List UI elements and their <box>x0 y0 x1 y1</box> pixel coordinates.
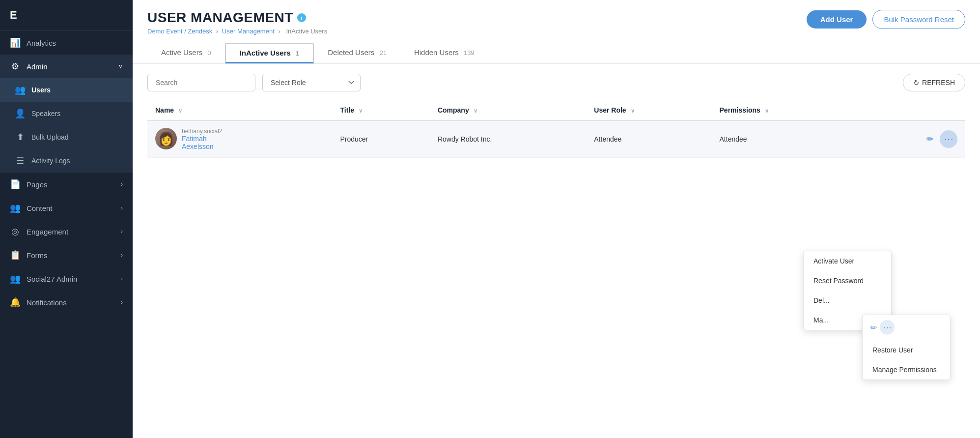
user-email: bethany.social2 <box>182 128 223 135</box>
sidebar-item-activity-logs[interactable]: ☰ Activity Logs <box>0 149 133 173</box>
tab-active-users[interactable]: Active Users 0 <box>147 43 225 63</box>
more-actions-button[interactable]: ⋯ <box>940 130 957 148</box>
speakers-icon: 👤 <box>15 108 26 119</box>
forms-icon: 📋 <box>10 250 21 261</box>
table-header-row: Name ∨ Title ∨ Company ∨ User Role <box>147 100 965 120</box>
sort-icon: ∨ <box>474 108 477 114</box>
tab-inactive-users[interactable]: InActive Users 1 <box>225 43 314 63</box>
content-icon: 👥 <box>10 203 21 213</box>
breadcrumb: Demo Event / Zendesk › User Management ›… <box>147 28 329 35</box>
cell-name: 👩 bethany.social2 Fatimah Aexelsson <box>147 120 332 158</box>
sidebar-item-pages[interactable]: 📄 Pages › <box>0 173 133 196</box>
analytics-icon: 📊 <box>10 37 21 48</box>
sidebar-item-label: Engagement <box>27 228 68 236</box>
menu-item-manage-permissions[interactable]: Manage Permissions <box>863 360 950 380</box>
sidebar-item-content[interactable]: 👥 Content › <box>0 196 133 220</box>
sidebar-item-social27-admin[interactable]: 👥 Social27 Admin › <box>0 267 133 291</box>
menu-item-reset-password[interactable]: Reset Password <box>804 271 891 291</box>
sort-icon: ∨ <box>178 108 182 114</box>
chevron-right-icon: › <box>121 252 123 259</box>
sidebar-logo: E <box>0 0 133 31</box>
toolbar: Select Role Admin Attendee Speaker Exhib… <box>147 74 965 91</box>
menu-item-delete[interactable]: Del... <box>804 291 891 310</box>
cell-title: Producer <box>332 120 429 158</box>
sidebar-item-engagement[interactable]: ◎ Engagement › <box>0 220 133 243</box>
edit-user-button[interactable]: ✏ <box>924 132 936 146</box>
search-input[interactable] <box>147 74 255 91</box>
sidebar-item-bulk-upload[interactable]: ⬆ Bulk Upload <box>0 125 133 149</box>
sidebar-item-label: Notifications <box>27 298 67 307</box>
user-name-cell: 👩 bethany.social2 Fatimah Aexelsson <box>155 128 324 150</box>
chevron-right-icon: › <box>121 181 123 188</box>
user-name-link[interactable]: Fatimah Aexelsson <box>182 135 214 150</box>
chevron-right-icon: › <box>121 204 123 211</box>
cell-permissions: Attendee <box>712 120 857 158</box>
admin-icon: ⚙ <box>10 61 21 72</box>
col-permissions[interactable]: Permissions ∨ <box>712 100 857 120</box>
tab-hidden-users[interactable]: Hidden Users 139 <box>400 43 488 63</box>
cell-actions: ✏ ⋯ <box>857 120 965 158</box>
sidebar-item-label: Admin <box>27 62 48 71</box>
col-name[interactable]: Name ∨ <box>147 100 332 120</box>
breadcrumb-current: InActive Users <box>286 28 327 35</box>
users-table-wrap: Name ∨ Title ∨ Company ∨ User Role <box>147 100 965 158</box>
header-actions: Add User Bulk Password Reset <box>807 10 965 29</box>
activity-icon: ☰ <box>15 155 26 166</box>
pages-icon: 📄 <box>10 179 21 190</box>
sidebar-item-label: Activity Logs <box>31 157 70 165</box>
sort-icon: ∨ <box>631 108 635 114</box>
action-cell: ✏ ⋯ <box>865 130 957 148</box>
chevron-right-icon: › <box>121 275 123 282</box>
sidebar: E 📊 Analytics ⚙ Admin ∨ 👥 Users 👤 Speake… <box>0 0 133 438</box>
sidebar-item-admin[interactable]: ⚙ Admin ∨ <box>0 55 133 78</box>
user-tabs: Active Users 0 InActive Users 1 Deleted … <box>147 43 965 63</box>
title-area: USER MANAGEMENT i Demo Event / Zendesk ›… <box>147 10 329 35</box>
main-content: USER MANAGEMENT i Demo Event / Zendesk ›… <box>133 0 980 438</box>
refresh-button[interactable]: ↻ REFRESH <box>903 74 965 91</box>
col-title[interactable]: Title ∨ <box>332 100 429 120</box>
sidebar-item-speakers[interactable]: 👤 Speakers <box>0 102 133 125</box>
add-user-button[interactable]: Add User <box>807 10 867 29</box>
sidebar-item-label: Forms <box>27 251 48 260</box>
sidebar-item-forms[interactable]: 📋 Forms › <box>0 243 133 267</box>
sidebar-item-users[interactable]: 👥 Users <box>0 78 133 102</box>
col-actions <box>857 100 965 120</box>
sidebar-item-label: Social27 Admin <box>27 275 77 283</box>
chevron-right-icon: › <box>121 299 123 306</box>
admin-section: 👥 Users 👤 Speakers ⬆ Bulk Upload ☰ Activ… <box>0 78 133 173</box>
sidebar-item-label: Speakers <box>31 110 60 117</box>
edit-button-small[interactable]: ✏ <box>870 323 877 332</box>
sidebar-item-notifications[interactable]: 🔔 Notifications › <box>0 291 133 314</box>
sidebar-item-label: Users <box>31 86 51 94</box>
upload-icon: ⬆ <box>15 132 26 143</box>
more-button-small[interactable]: ⋯ <box>880 320 895 335</box>
breadcrumb-event[interactable]: Demo Event / Zendesk <box>147 28 212 35</box>
chevron-right-icon: › <box>121 228 123 235</box>
refresh-icon: ↻ <box>912 78 921 87</box>
engagement-icon: ◎ <box>10 226 21 237</box>
col-user-role[interactable]: User Role ∨ <box>586 100 711 120</box>
sort-icon: ∨ <box>765 108 769 114</box>
content-area: Select Role Admin Attendee Speaker Exhib… <box>133 64 980 438</box>
avatar: 👩 <box>155 128 177 149</box>
cell-company: Rowdy Robot Inc. <box>430 120 586 158</box>
users-table: Name ∨ Title ∨ Company ∨ User Role <box>147 100 965 158</box>
info-icon[interactable]: i <box>297 13 306 22</box>
tab-deleted-users[interactable]: Deleted Users 21 <box>314 43 400 63</box>
breadcrumb-user-mgmt[interactable]: User Management <box>222 28 275 35</box>
bulk-password-reset-button[interactable]: Bulk Password Reset <box>872 10 965 29</box>
role-select[interactable]: Select Role Admin Attendee Speaker Exhib… <box>262 74 361 91</box>
sidebar-item-label: Pages <box>27 180 48 189</box>
table-row: 👩 bethany.social2 Fatimah Aexelsson <box>147 120 965 158</box>
sidebar-item-analytics[interactable]: 📊 Analytics <box>0 31 133 55</box>
sidebar-item-label: Content <box>27 204 53 212</box>
chevron-down-icon: ∨ <box>118 63 123 70</box>
user-info: bethany.social2 Fatimah Aexelsson <box>182 128 223 150</box>
menu-item-activate-user[interactable]: Activate User <box>804 251 891 271</box>
col-company[interactable]: Company ∨ <box>430 100 586 120</box>
sort-icon: ∨ <box>359 108 363 114</box>
dropdown2-actions: ✏ ⋯ <box>863 315 950 340</box>
users-icon: 👥 <box>15 85 26 95</box>
social27-icon: 👥 <box>10 273 21 284</box>
menu-item-restore-user[interactable]: Restore User <box>863 340 950 360</box>
